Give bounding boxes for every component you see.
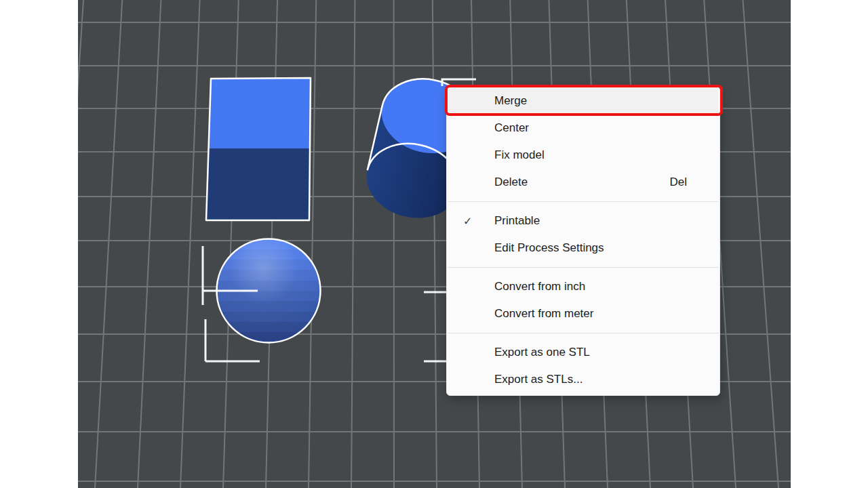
- menu-item-merge[interactable]: Merge: [448, 87, 718, 115]
- menu-item-label: Center: [494, 121, 529, 135]
- menu-separator: [448, 267, 719, 268]
- menu-item-printable[interactable]: ✓Printable: [447, 207, 719, 235]
- cube-object[interactable]: [206, 78, 311, 220]
- check-icon: ✓: [463, 215, 472, 228]
- menu-item-label: Convert from meter: [494, 307, 593, 321]
- menu-item-label: Export as one STL: [494, 346, 590, 359]
- menu-item-label: Export as STLs...: [494, 373, 583, 386]
- menu-item-delete[interactable]: DeleteDel: [447, 169, 719, 196]
- menu-item-label: Merge: [494, 94, 527, 108]
- menu-item-label: Fix model: [494, 148, 545, 162]
- menu-item-convert-from-inch[interactable]: Convert from inch: [447, 273, 719, 300]
- menu-item-fix-model[interactable]: Fix model: [447, 142, 719, 169]
- merge-highlight-ring: [445, 85, 723, 116]
- menu-item-label: Convert from inch: [494, 280, 585, 293]
- menu-item-shortcut: Del: [669, 176, 687, 189]
- menu-item-edit-process-settings[interactable]: Edit Process Settings: [447, 235, 719, 262]
- menu-item-label: Delete: [494, 176, 528, 189]
- menu-separator: [448, 201, 719, 202]
- menu-item-convert-from-meter[interactable]: Convert from meter: [447, 300, 719, 327]
- menu-item-export-as-one-stl[interactable]: Export as one STL: [447, 339, 719, 366]
- menu-item-label: Edit Process Settings: [494, 241, 604, 255]
- slicer-window: MergeCenterFix modelDeleteDel✓PrintableE…: [0, 0, 868, 488]
- context-menu[interactable]: MergeCenterFix modelDeleteDel✓PrintableE…: [446, 86, 720, 396]
- menu-separator: [448, 333, 719, 333]
- menu-item-export-as-stls[interactable]: Export as STLs...: [447, 366, 719, 393]
- menu-item-label: Printable: [494, 214, 540, 228]
- menu-item-center[interactable]: Center: [447, 115, 719, 142]
